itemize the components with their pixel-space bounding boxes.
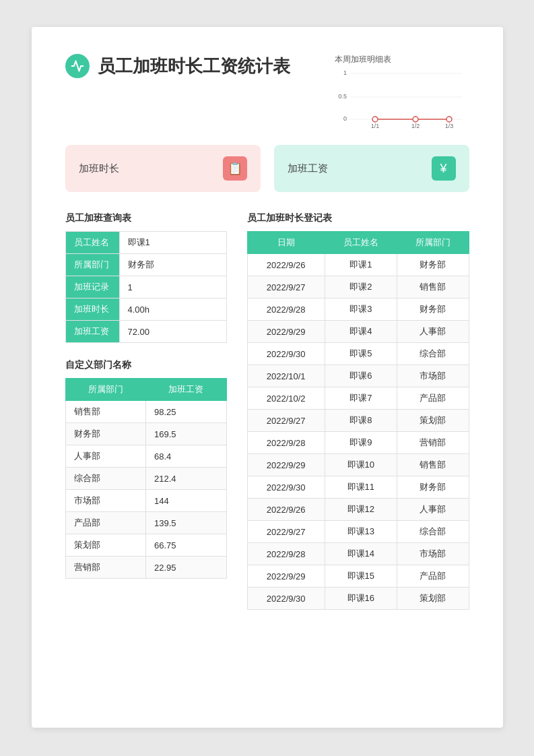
header-icon bbox=[65, 54, 90, 78]
log-name: 即课13 bbox=[325, 521, 397, 543]
log-dept: 营销部 bbox=[397, 432, 469, 454]
query-label: 加班时长 bbox=[65, 298, 119, 321]
log-dept: 综合部 bbox=[397, 343, 469, 365]
log-name: 即课9 bbox=[325, 432, 397, 454]
log-date: 2022/9/30 bbox=[247, 476, 325, 499]
log-dept: 策划部 bbox=[397, 410, 469, 432]
query-label: 加班记录 bbox=[65, 276, 119, 298]
dept-name: 营销部 bbox=[65, 557, 146, 579]
log-name: 即课2 bbox=[325, 276, 397, 298]
query-label: 所属部门 bbox=[65, 254, 119, 276]
main-layout: 员工加班查询表 员工姓名 即课1 所属部门 财务部 加班记录 1 加班时长 4.… bbox=[65, 212, 469, 610]
query-table: 员工姓名 即课1 所属部门 财务部 加班记录 1 加班时长 4.00h 加班工资… bbox=[65, 231, 227, 343]
dept-name: 财务部 bbox=[65, 423, 146, 445]
dept-name: 市场部 bbox=[65, 490, 146, 512]
log-dept: 市场部 bbox=[397, 543, 469, 565]
dept-salary: 66.75 bbox=[146, 534, 227, 557]
svg-text:1/3: 1/3 bbox=[444, 123, 453, 129]
query-table-row: 加班工资 72.00 bbox=[65, 321, 226, 343]
log-date: 2022/9/28 bbox=[247, 432, 325, 454]
log-table-row: 2022/9/28 即课3 财务部 bbox=[247, 298, 469, 321]
log-dept: 人事部 bbox=[397, 499, 469, 521]
log-dept: 市场部 bbox=[397, 365, 469, 387]
dept-salary: 144 bbox=[146, 490, 227, 512]
log-table-row: 2022/10/2 即课7 产品部 bbox=[247, 387, 469, 410]
dept-salary: 139.5 bbox=[146, 512, 227, 534]
dept-salary: 68.4 bbox=[146, 445, 227, 468]
dept-col-header: 所属部门 bbox=[65, 379, 146, 401]
right-column: 员工加班时长登记表 日期员工姓名所属部门 2022/9/26 即课1 财务部 2… bbox=[247, 212, 469, 610]
log-name: 即课8 bbox=[325, 410, 397, 432]
chart-title: 本周加班明细表 bbox=[335, 54, 469, 65]
log-name: 即课4 bbox=[325, 321, 397, 343]
log-table-row: 2022/9/27 即课2 销售部 bbox=[247, 276, 469, 298]
query-label: 员工姓名 bbox=[65, 232, 119, 254]
query-table-row: 所属部门 财务部 bbox=[65, 254, 226, 276]
dept-salary: 169.5 bbox=[146, 423, 227, 445]
log-name: 即课16 bbox=[325, 588, 397, 610]
left-column: 员工加班查询表 员工姓名 即课1 所属部门 财务部 加班记录 1 加班时长 4.… bbox=[65, 212, 227, 610]
log-name: 即课6 bbox=[325, 365, 397, 387]
overtime-salary-card: 加班工资 ¥ bbox=[274, 145, 469, 192]
log-col-header: 日期 bbox=[247, 232, 325, 254]
dept-table-row: 财务部 169.5 bbox=[65, 423, 226, 445]
query-value: 即课1 bbox=[119, 232, 226, 254]
query-section-title: 员工加班查询表 bbox=[65, 212, 227, 224]
log-name: 即课7 bbox=[325, 387, 397, 410]
log-dept: 策划部 bbox=[397, 588, 469, 610]
overtime-hours-label: 加班时长 bbox=[79, 162, 119, 175]
dept-table-row: 产品部 139.5 bbox=[65, 512, 226, 534]
overtime-hours-card: 加班时长 📋 bbox=[65, 145, 261, 192]
log-date: 2022/9/27 bbox=[247, 410, 325, 432]
log-dept: 财务部 bbox=[397, 476, 469, 499]
dept-salary: 22.95 bbox=[146, 557, 227, 579]
log-col-header: 所属部门 bbox=[397, 232, 469, 254]
dept-table-row: 销售部 98.25 bbox=[65, 401, 226, 423]
log-dept: 人事部 bbox=[397, 321, 469, 343]
query-value: 1 bbox=[119, 276, 226, 298]
log-dept: 财务部 bbox=[397, 254, 469, 276]
dept-table-row: 市场部 144 bbox=[65, 490, 226, 512]
log-date: 2022/9/28 bbox=[247, 543, 325, 565]
overtime-salary-icon: ¥ bbox=[432, 156, 456, 181]
log-table-row: 2022/9/29 即课10 销售部 bbox=[247, 454, 469, 476]
query-label: 加班工资 bbox=[65, 321, 119, 343]
log-table-row: 2022/9/27 即课13 综合部 bbox=[247, 521, 469, 543]
log-table-row: 2022/9/26 即课1 财务部 bbox=[247, 254, 469, 276]
log-table-row: 2022/9/28 即课14 市场部 bbox=[247, 543, 469, 565]
svg-point-10 bbox=[446, 117, 452, 122]
log-dept: 销售部 bbox=[397, 454, 469, 476]
log-date: 2022/9/26 bbox=[247, 499, 325, 521]
dept-name: 销售部 bbox=[65, 401, 146, 423]
dept-table-row: 人事部 68.4 bbox=[65, 445, 226, 468]
log-name: 即课14 bbox=[325, 543, 397, 565]
log-name: 即课15 bbox=[325, 565, 397, 588]
log-table-row: 2022/9/29 即课15 产品部 bbox=[247, 565, 469, 588]
dept-salary: 98.25 bbox=[146, 401, 227, 423]
page: 员工加班时长工资统计表 本周加班明细表 1 0.5 0 bbox=[32, 27, 503, 728]
query-table-row: 员工姓名 即课1 bbox=[65, 232, 226, 254]
svg-point-9 bbox=[413, 117, 418, 122]
log-date: 2022/9/29 bbox=[247, 565, 325, 588]
dept-name: 综合部 bbox=[65, 468, 146, 490]
log-table: 日期员工姓名所属部门 2022/9/26 即课1 财务部 2022/9/27 即… bbox=[247, 231, 469, 610]
kpi-row: 加班时长 📋 加班工资 ¥ bbox=[65, 145, 469, 192]
log-table-row: 2022/9/27 即课8 策划部 bbox=[247, 410, 469, 432]
dept-salary: 212.4 bbox=[146, 468, 227, 490]
query-value: 72.00 bbox=[119, 321, 226, 343]
log-name: 即课10 bbox=[325, 454, 397, 476]
dept-name: 产品部 bbox=[65, 512, 146, 534]
overtime-salary-label: 加班工资 bbox=[288, 162, 328, 175]
log-date: 2022/9/30 bbox=[247, 343, 325, 365]
weekly-chart: 1 0.5 0 1/1 1/2 1/3 bbox=[335, 68, 469, 129]
log-dept: 财务部 bbox=[397, 298, 469, 321]
svg-text:0: 0 bbox=[343, 115, 346, 122]
log-table-row: 2022/9/30 即课11 财务部 bbox=[247, 476, 469, 499]
dept-table: 所属部门 加班工资 销售部 98.25 财务部 169.5 人事部 68.4 综… bbox=[65, 378, 227, 579]
dept-table-row: 策划部 66.75 bbox=[65, 534, 226, 557]
log-date: 2022/9/26 bbox=[247, 254, 325, 276]
svg-text:1: 1 bbox=[343, 69, 346, 76]
dept-name: 人事部 bbox=[65, 445, 146, 468]
query-value: 财务部 bbox=[119, 254, 226, 276]
log-table-row: 2022/9/30 即课5 综合部 bbox=[247, 343, 469, 365]
